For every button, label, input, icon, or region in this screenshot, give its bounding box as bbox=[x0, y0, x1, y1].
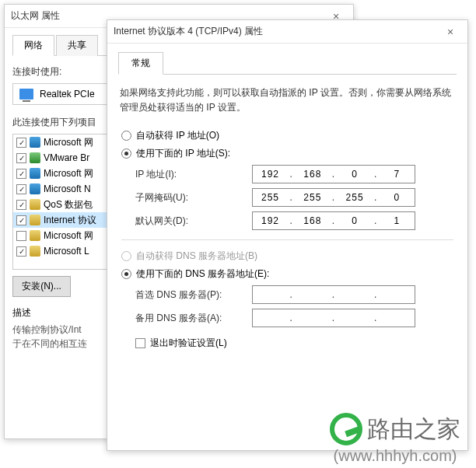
tab-share[interactable]: 共享 bbox=[56, 35, 98, 56]
radio-icon bbox=[121, 148, 131, 159]
protocol-icon bbox=[30, 183, 40, 194]
checkbox-icon[interactable] bbox=[16, 169, 26, 179]
checkbox-icon[interactable] bbox=[16, 138, 26, 148]
manual-ip-radio[interactable]: 使用下面的 IP 地址(S): bbox=[121, 147, 457, 160]
ip-octet[interactable]: 168 bbox=[297, 215, 328, 226]
protocol-label: QoS 数据包 bbox=[44, 198, 93, 211]
ipv4-properties-window: Internet 协议版本 4 (TCP/IPv4) 属性 × 常规 如果网络支… bbox=[107, 19, 468, 451]
protocol-icon bbox=[30, 246, 40, 257]
tab-general[interactable]: 常规 bbox=[118, 52, 163, 75]
checkbox-icon[interactable] bbox=[16, 153, 26, 163]
subnet-mask-label: 子网掩码(U): bbox=[135, 191, 252, 204]
ip-octet[interactable]: 0 bbox=[339, 215, 370, 226]
tab-network[interactable]: 网络 bbox=[12, 35, 54, 56]
dns1-label: 首选 DNS 服务器(P): bbox=[135, 288, 252, 302]
ip-octet[interactable]: 192 bbox=[254, 169, 285, 180]
protocol-icon bbox=[30, 152, 40, 163]
protocol-icon bbox=[30, 215, 40, 225]
dns2-input[interactable]: ... bbox=[252, 309, 415, 327]
protocol-label: Internet 协议 bbox=[44, 214, 96, 227]
subnet-mask-input[interactable]: 255.255.255.0 bbox=[252, 188, 415, 207]
protocol-label: Microsoft N bbox=[44, 183, 91, 194]
ip-octet[interactable]: 255 bbox=[254, 192, 285, 203]
manual-dns-radio[interactable]: 使用下面的 DNS 服务器地址(E): bbox=[121, 267, 457, 281]
protocol-label: VMware Br bbox=[44, 152, 89, 163]
close-icon[interactable]: × bbox=[439, 26, 461, 38]
ip-octet[interactable]: 255 bbox=[297, 192, 328, 203]
ip-octet[interactable]: 168 bbox=[297, 169, 328, 180]
protocol-label: Microsoft L bbox=[44, 246, 89, 257]
protocol-icon bbox=[30, 199, 40, 210]
dns1-input[interactable]: ... bbox=[252, 285, 415, 304]
checkbox-icon[interactable] bbox=[16, 231, 26, 241]
checkbox-icon[interactable] bbox=[16, 215, 26, 225]
ip-octet[interactable]: 1 bbox=[381, 215, 412, 226]
ipv4-tabs: 常规 bbox=[118, 51, 457, 75]
dns2-label: 备用 DNS 服务器(A): bbox=[135, 312, 252, 325]
protocol-icon bbox=[30, 230, 40, 241]
checkbox-icon[interactable] bbox=[16, 246, 26, 257]
auto-ip-radio[interactable]: 自动获得 IP 地址(O) bbox=[121, 129, 457, 142]
protocol-icon bbox=[30, 137, 40, 148]
ip-octet[interactable]: 192 bbox=[254, 215, 285, 226]
protocol-label: Microsoft 网 bbox=[44, 167, 93, 180]
separator bbox=[121, 239, 453, 240]
auto-dns-radio: 自动获得 DNS 服务器地址(B) bbox=[121, 250, 457, 263]
ip-octet[interactable]: 0 bbox=[381, 192, 412, 203]
ip-octet[interactable]: 255 bbox=[339, 192, 370, 203]
checkbox-icon[interactable] bbox=[16, 200, 26, 210]
install-button[interactable]: 安装(N)... bbox=[12, 276, 71, 297]
checkbox-icon[interactable] bbox=[16, 184, 26, 194]
ip-octet[interactable]: 7 bbox=[381, 169, 412, 180]
checkbox-icon bbox=[135, 338, 145, 348]
ip-address-label: IP 地址(I): bbox=[135, 168, 252, 181]
validate-on-exit-checkbox[interactable]: 退出时验证设置(L) bbox=[135, 337, 457, 350]
gateway-label: 默认网关(D): bbox=[135, 215, 252, 228]
intro-text: 如果网络支持此功能，则可以获取自动指派的 IP 设置。否则，你需要从网络系统管理… bbox=[120, 86, 455, 115]
radio-icon bbox=[121, 251, 131, 261]
protocol-label: Microsoft 网 bbox=[44, 229, 93, 243]
protocol-icon bbox=[30, 168, 40, 179]
ipv4-titlebar: Internet 协议版本 4 (TCP/IPv4) 属性 × bbox=[107, 20, 467, 44]
gateway-input[interactable]: 192.168.0.1 bbox=[252, 211, 415, 230]
radio-icon bbox=[121, 269, 131, 279]
radio-icon bbox=[121, 131, 131, 141]
nic-icon bbox=[19, 89, 33, 100]
ipv4-title: Internet 协议版本 4 (TCP/IPv4) 属性 bbox=[114, 25, 439, 38]
ip-address-input[interactable]: 192.168.0.7 bbox=[252, 165, 415, 183]
adapter-name: Realtek PCIe bbox=[40, 89, 95, 100]
protocol-label: Microsoft 网 bbox=[44, 136, 93, 149]
ip-octet[interactable]: 0 bbox=[339, 169, 370, 180]
